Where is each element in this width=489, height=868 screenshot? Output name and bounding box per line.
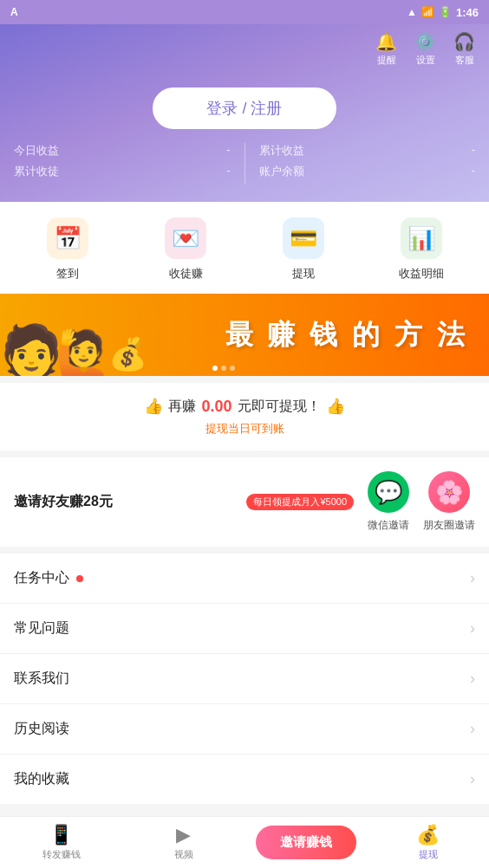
menu-item-faq-left: 常见问题 — [14, 619, 69, 638]
menu-item-contact[interactable]: 联系我们 › — [0, 654, 489, 704]
action-withdraw[interactable]: 💳 提现 — [244, 217, 362, 282]
chevron-favorites-icon: › — [470, 770, 475, 788]
menu-item-history[interactable]: 历史阅读 › — [0, 704, 489, 755]
menu-item-history-label: 历史阅读 — [14, 720, 69, 738]
menu-item-faq-label: 常见问题 — [14, 619, 69, 638]
invite-wechat-button[interactable]: 💬 微信邀请 — [368, 471, 409, 533]
total-followers-label: 累计收徒 — [14, 164, 59, 179]
earn-prefix: 再赚 — [168, 398, 196, 416]
total-earnings-value: - — [472, 143, 475, 159]
menu-item-contact-left: 联系我们 — [14, 670, 69, 688]
bell-icon: 🔔 — [375, 31, 397, 52]
tasks-notification-dot — [76, 575, 83, 582]
nav-support[interactable]: 🎧 客服 — [453, 31, 475, 67]
status-time: 1:46 — [456, 6, 479, 19]
nav-reminder-label: 提醒 — [377, 54, 396, 67]
dot-1 — [212, 366, 218, 371]
bottom-nav-video[interactable]: ▶ 视频 — [122, 824, 244, 861]
nav-settings-label: 设置 — [416, 54, 435, 67]
today-earnings-item: 今日收益 - — [14, 143, 231, 159]
invite-header: 邀请好友赚28元 每日领提成月入¥5000 💬 微信邀请 🌸 朋友圈邀请 — [14, 471, 475, 533]
invite-badge: 每日领提成月入¥5000 — [246, 494, 354, 510]
total-followers-value: - — [226, 164, 230, 179]
menu-item-faq[interactable]: 常见问题 › — [0, 604, 489, 654]
earnings-icon: 📊 — [408, 225, 435, 252]
thumb-right-icon: 👍 — [326, 397, 345, 416]
checkin-icon-wrap: 📅 — [47, 217, 88, 259]
banner-figures: 🧑 🙋 💰 — [0, 294, 173, 376]
withdraw-nav-icon: 💰 — [416, 824, 440, 846]
earn-amount: 0.00 — [201, 398, 231, 416]
bottom-nav-video-label: 视频 — [174, 848, 193, 861]
share-icon: 📱 — [49, 824, 73, 846]
menu-item-tasks[interactable]: 任务中心 › — [0, 554, 489, 604]
chevron-contact-icon: › — [470, 670, 475, 688]
nav-support-label: 客服 — [455, 54, 474, 67]
total-earnings-label: 累计收益 — [259, 143, 304, 159]
menu-list: 任务中心 › 常见问题 › 联系我们 › 历史阅读 › 我的收藏 — [0, 554, 489, 804]
today-earnings-label: 今日收益 — [14, 143, 59, 159]
disciples-icon: 💌 — [172, 225, 199, 252]
withdraw-icon: 💳 — [290, 225, 317, 252]
account-balance-label: 账户余额 — [259, 164, 304, 179]
invite-moments-button[interactable]: 🌸 朋友圈邀请 — [423, 471, 475, 533]
bottom-nav: 📱 转发赚钱 ▶ 视频 邀请赚钱 💰 提现 — [0, 816, 489, 868]
account-balance-item: 账户余额 - — [259, 164, 476, 179]
battery-icon: 🔋 — [439, 6, 452, 18]
disciples-label: 收徒赚 — [169, 266, 203, 282]
banner-text: 最 赚 钱 的 方 法 — [225, 316, 468, 354]
menu-item-tasks-label: 任务中心 — [14, 569, 69, 587]
chevron-faq-icon: › — [470, 619, 475, 638]
bottom-nav-center: 邀请赚钱 — [244, 826, 367, 859]
dot-2 — [221, 366, 226, 371]
bottom-nav-share[interactable]: 📱 转发赚钱 — [0, 824, 122, 861]
stats-divider — [244, 143, 245, 185]
menu-item-history-left: 历史阅读 — [14, 720, 69, 738]
bottom-nav-withdraw[interactable]: 💰 提现 — [367, 824, 489, 861]
moments-icon: 🌸 — [428, 471, 470, 513]
status-bar: A ▲ 📶 🔋 1:46 — [0, 0, 489, 24]
video-icon: ▶ — [176, 824, 191, 846]
wifi-icon: ▲ — [407, 6, 417, 18]
nav-settings[interactable]: ⚙️ 设置 — [414, 31, 436, 67]
total-followers-item: 累计收徒 - — [14, 164, 231, 179]
action-disciples[interactable]: 💌 收徒赚 — [127, 217, 244, 282]
banner-dots — [0, 366, 468, 371]
invite-section: 邀请好友赚28元 每日领提成月入¥5000 💬 微信邀请 🌸 朋友圈邀请 — [0, 457, 489, 547]
menu-item-favorites-label: 我的收藏 — [14, 770, 69, 788]
invite-earn-button[interactable]: 邀请赚钱 — [256, 826, 356, 859]
quick-actions: 📅 签到 💌 收徒赚 💳 提现 📊 收益明细 — [0, 202, 489, 294]
status-right: ▲ 📶 🔋 1:46 — [407, 6, 479, 19]
menu-item-favorites[interactable]: 我的收藏 › — [0, 755, 489, 804]
signal-icon: 📶 — [421, 6, 434, 18]
invite-title: 邀请好友赚28元 — [14, 493, 113, 511]
earn-suffix: 元即可提现！ — [238, 398, 321, 416]
action-checkin[interactable]: 📅 签到 — [9, 217, 127, 282]
stats-row: 今日收益 - 累计收徒 - 累计收益 - 账户余额 - — [0, 143, 489, 185]
gear-icon: ⚙️ — [414, 31, 436, 52]
login-button[interactable]: 登录 / 注册 — [153, 87, 336, 129]
banner[interactable]: 🧑 🙋 💰 最 赚 钱 的 方 法 — [0, 294, 489, 376]
menu-item-tasks-left: 任务中心 — [14, 569, 83, 587]
earn-text: 👍 再赚 0.00 元即可提现！ 👍 — [14, 397, 475, 416]
withdraw-label: 提现 — [292, 266, 315, 282]
top-nav: 🔔 提醒 ⚙️ 设置 🎧 客服 — [0, 24, 489, 70]
wechat-icon: 💬 — [368, 471, 409, 513]
thumb-left-icon: 👍 — [144, 397, 163, 416]
action-earnings-detail[interactable]: 📊 收益明细 — [362, 217, 480, 282]
total-earnings-item: 累计收益 - — [259, 143, 476, 159]
dot-3 — [230, 366, 235, 371]
earnings-icon-wrap: 📊 — [401, 217, 442, 259]
stats-right: 累计收益 - 账户余额 - — [259, 143, 476, 185]
chevron-tasks-icon: › — [470, 569, 475, 587]
stats-left: 今日收益 - 累计收徒 - — [14, 143, 231, 185]
bottom-nav-withdraw-label: 提现 — [419, 848, 438, 861]
earn-subtext: 提现当日可到账 — [14, 421, 475, 437]
withdraw-icon-wrap: 💳 — [283, 217, 324, 259]
headset-icon: 🎧 — [453, 31, 475, 52]
login-section: 登录 / 注册 — [0, 70, 489, 143]
invite-moments-label: 朋友圈邀请 — [423, 518, 475, 533]
account-balance-value: - — [472, 164, 475, 179]
nav-reminder[interactable]: 🔔 提醒 — [375, 31, 397, 67]
invite-wechat-label: 微信邀请 — [368, 518, 409, 533]
